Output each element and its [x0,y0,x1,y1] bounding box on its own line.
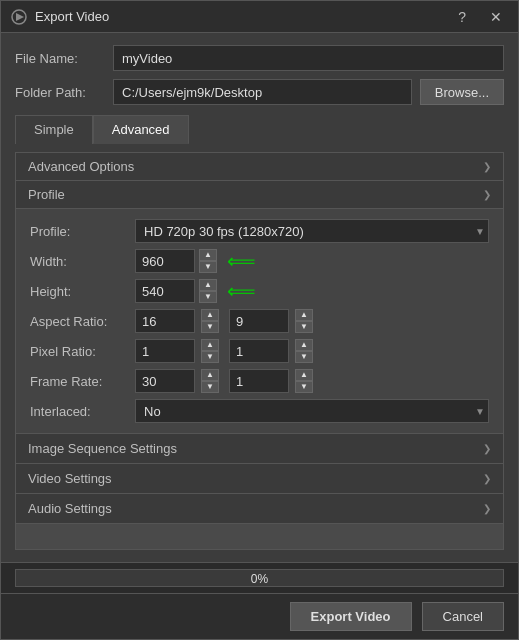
progress-area: 0% [1,562,518,593]
height-label: Height: [30,284,135,299]
file-name-label: File Name: [15,51,105,66]
cancel-button[interactable]: Cancel [422,602,504,631]
pixel-ratio-w-input[interactable] [135,339,195,363]
tab-bar: Simple Advanced [15,115,504,144]
width-input[interactable] [135,249,195,273]
pixel-ratio-group: ▲ ▼ ▲ ▼ [135,339,313,363]
video-settings-label: Video Settings [28,471,112,486]
frame-rate-row: Frame Rate: ▲ ▼ ▲ ▼ [30,369,489,393]
folder-path-row: Folder Path: Browse... [15,79,504,105]
title-bar-controls: ? ✕ [452,7,508,27]
profile-section-label: Profile [28,187,65,202]
height-up-btn[interactable]: ▲ [199,279,217,291]
pixel-w-down-btn[interactable]: ▼ [201,351,219,363]
interlaced-label: Interlaced: [30,404,135,419]
interlaced-row: Interlaced: No Top Field First Bottom Fi… [30,399,489,423]
aspect-ratio-group: ▲ ▼ ▲ ▼ [135,309,313,333]
frame-h-down-btn[interactable]: ▼ [295,381,313,393]
height-row: Height: ▲ ▼ ⟸ [30,279,489,303]
aspect-ratio-w-spinner: ▲ ▼ [201,309,219,333]
main-content: File Name: Folder Path: Browse... Simple… [1,33,518,562]
window-title: Export Video [35,9,109,24]
width-up-btn[interactable]: ▲ [199,249,217,261]
image-sequence-section: Image Sequence Settings ❯ [16,434,503,464]
aspect-ratio-row: Aspect Ratio: ▲ ▼ ▲ ▼ [30,309,489,333]
frame-rate-group: ▲ ▼ ▲ ▼ [135,369,313,393]
frame-rate-h-spinner: ▲ ▼ [295,369,313,393]
pixel-h-up-btn[interactable]: ▲ [295,339,313,351]
tab-content-advanced: Advanced Options ❯ Profile ❯ Profile: HD… [15,152,504,550]
frame-w-up-btn[interactable]: ▲ [201,369,219,381]
title-bar: Export Video ? ✕ [1,1,518,33]
width-arrow-indicator: ⟸ [227,249,256,273]
progress-label: 0% [16,570,503,588]
browse-button[interactable]: Browse... [420,79,504,105]
tab-simple[interactable]: Simple [15,115,93,144]
file-name-input[interactable] [113,45,504,71]
profile-section-chevron: ❯ [483,189,491,200]
advanced-options-chevron: ❯ [483,161,491,172]
window-icon [11,9,27,25]
export-video-window: Export Video ? ✕ File Name: Folder Path:… [0,0,519,640]
folder-path-input[interactable] [113,79,412,105]
aspect-h-down-btn[interactable]: ▼ [295,321,313,333]
height-arrow-indicator: ⟸ [227,279,256,303]
image-sequence-label: Image Sequence Settings [28,441,177,456]
aspect-w-up-btn[interactable]: ▲ [201,309,219,321]
width-spinner-btns: ▲ ▼ [199,249,217,273]
interlaced-select[interactable]: No Top Field First Bottom Field First [135,399,489,423]
aspect-ratio-h-spinner: ▲ ▼ [295,309,313,333]
height-spinner-btns: ▲ ▼ [199,279,217,303]
pixel-ratio-h-input[interactable] [229,339,289,363]
profile-select[interactable]: HD 720p 30 fps (1280x720) [135,219,489,243]
video-settings-section: Video Settings ❯ [16,464,503,494]
pixel-w-up-btn[interactable]: ▲ [201,339,219,351]
profile-row: Profile: HD 720p 30 fps (1280x720) ▼ [30,219,489,243]
profile-field-label: Profile: [30,224,135,239]
pixel-ratio-label: Pixel Ratio: [30,344,135,359]
audio-settings-header[interactable]: Audio Settings ❯ [16,494,503,523]
width-row: Width: ▲ ▼ ⟸ [30,249,489,273]
height-spinner: ▲ ▼ ⟸ [135,279,256,303]
frame-rate-label: Frame Rate: [30,374,135,389]
frame-rate-w-input[interactable] [135,369,195,393]
pixel-h-down-btn[interactable]: ▼ [295,351,313,363]
svg-marker-1 [16,13,24,21]
image-sequence-chevron: ❯ [483,443,491,454]
advanced-options-label: Advanced Options [28,159,134,174]
audio-settings-label: Audio Settings [28,501,112,516]
height-input[interactable] [135,279,195,303]
frame-rate-w-spinner: ▲ ▼ [201,369,219,393]
profile-select-wrapper: HD 720p 30 fps (1280x720) ▼ [135,219,489,243]
image-sequence-header[interactable]: Image Sequence Settings ❯ [16,434,503,463]
frame-h-up-btn[interactable]: ▲ [295,369,313,381]
video-settings-chevron: ❯ [483,473,491,484]
pixel-ratio-row: Pixel Ratio: ▲ ▼ ▲ ▼ [30,339,489,363]
folder-path-label: Folder Path: [15,85,105,100]
file-name-row: File Name: [15,45,504,71]
frame-rate-h-input[interactable] [229,369,289,393]
video-settings-header[interactable]: Video Settings ❯ [16,464,503,493]
aspect-ratio-label: Aspect Ratio: [30,314,135,329]
aspect-ratio-h-input[interactable] [229,309,289,333]
width-down-btn[interactable]: ▼ [199,261,217,273]
close-button[interactable]: ✕ [484,7,508,27]
height-down-btn[interactable]: ▼ [199,291,217,303]
pixel-ratio-h-spinner: ▲ ▼ [295,339,313,363]
width-spinner: ▲ ▼ ⟸ [135,249,256,273]
title-bar-left: Export Video [11,9,109,25]
audio-settings-section: Audio Settings ❯ [16,494,503,524]
export-video-button[interactable]: Export Video [290,602,412,631]
profile-section-header[interactable]: Profile ❯ [16,181,503,209]
help-button[interactable]: ? [452,7,472,27]
audio-settings-chevron: ❯ [483,503,491,514]
progress-bar: 0% [15,569,504,587]
aspect-ratio-w-input[interactable] [135,309,195,333]
frame-w-down-btn[interactable]: ▼ [201,381,219,393]
tab-advanced[interactable]: Advanced [93,115,189,144]
advanced-options-header[interactable]: Advanced Options ❯ [16,153,503,181]
width-label: Width: [30,254,135,269]
aspect-w-down-btn[interactable]: ▼ [201,321,219,333]
aspect-h-up-btn[interactable]: ▲ [295,309,313,321]
bottom-buttons: Export Video Cancel [1,593,518,639]
